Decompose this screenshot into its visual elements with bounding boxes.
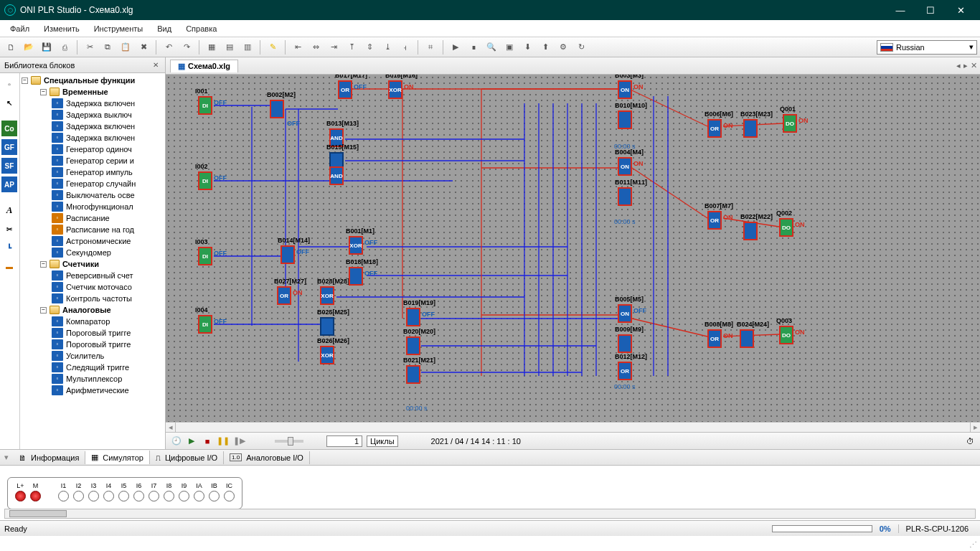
block[interactable]: ON [618,80,632,99]
block[interactable]: XOR [320,346,334,364]
tree-item[interactable]: ▫Мультиплексор [20,373,165,385]
tree-item[interactable]: ▫Усилитель [20,350,165,362]
sim-slider[interactable] [275,440,303,443]
block[interactable] [281,245,295,264]
maximize-button[interactable]: ☐ [915,0,946,20]
io-led[interactable]: I8 [164,482,174,501]
tool-ap[interactable]: AP [1,176,17,192]
io-led[interactable]: I2 [73,482,84,501]
tool-co[interactable]: Co [1,121,17,136]
block[interactable]: OR [618,362,632,380]
block[interactable]: AND [329,166,344,185]
block[interactable]: DO [779,218,793,237]
menu-help[interactable]: Справка [179,22,224,35]
tree-item[interactable]: ▫Выключатель осве [20,189,165,201]
tool-wire-icon[interactable]: ┗ [1,240,17,255]
io-led[interactable]: IC [224,482,235,501]
tool-pointer-icon[interactable]: ↖ [1,95,17,110]
tree-item[interactable]: ▫Реверсивный счет [20,270,165,281]
undo-icon[interactable]: ↶ [161,39,176,55]
open-file-icon[interactable]: 📂 [21,39,37,55]
tree-item[interactable]: ▫Расписание на год [20,224,165,235]
io-led[interactable]: I4 [103,482,114,501]
io-led[interactable]: IB [209,482,220,501]
run-icon[interactable]: ▶ [448,39,463,55]
pause-icon[interactable]: ∎ [466,39,481,55]
block[interactable]: DO [783,114,797,133]
block[interactable]: XOR [349,236,363,255]
chip-icon[interactable]: ▣ [501,39,517,55]
delete-icon[interactable]: ✖ [136,39,151,55]
tree-folder[interactable]: −Счетчики [20,258,165,270]
document-tab[interactable]: ▦ Схема0.xlg [170,60,238,72]
resize-grip-icon[interactable]: ⋰ [969,540,977,550]
highlight-icon[interactable]: ✎ [265,39,281,55]
tree-item[interactable]: ▫Генератор одиноч [20,143,165,155]
refresh-icon[interactable]: ↻ [573,39,589,55]
block[interactable]: XOR [320,286,334,305]
sim-clock2-icon[interactable]: ⏱ [966,437,974,446]
tree-item[interactable]: ▫Арифметические [20,385,165,396]
tree-item[interactable]: ▫Астрономические [20,235,165,247]
io-led[interactable]: L+ [15,482,26,501]
save-all-icon[interactable]: ⎙ [57,39,72,55]
block[interactable]: DO [779,326,793,344]
block[interactable] [406,365,420,384]
diagram-canvas[interactable]: DII001OFFDII002OFFDII003OFFDII004OFFB002… [166,75,980,422]
block[interactable] [743,119,758,138]
block[interactable]: OR [707,329,722,348]
tree-item[interactable]: ▫Задержка выключ [20,109,165,121]
library-tree[interactable]: −Специальные функции−Временные▫Задержка … [20,73,165,449]
block[interactable] [618,187,632,206]
io-led[interactable]: I5 [118,482,129,501]
block[interactable] [270,100,284,118]
language-selector[interactable]: Russian ▾ [877,40,977,55]
block[interactable]: DI [198,247,212,265]
io-led[interactable]: I1 [58,482,69,501]
tree-item[interactable]: ▫Компаратор [20,316,165,327]
align-left-icon[interactable]: ⇤ [290,39,306,55]
block[interactable] [406,308,420,326]
copy-icon[interactable]: ⧉ [100,39,116,55]
tool-gf[interactable]: GF [1,139,17,155]
io-led[interactable]: I9 [179,482,189,501]
io-led[interactable]: I6 [133,482,144,501]
zoom-icon[interactable]: 🔍 [484,39,499,55]
tree-item[interactable]: ▫Задержка включен [20,98,165,109]
block[interactable]: OR [707,211,722,230]
tree-item[interactable]: ▫Пороговый тригге [20,339,165,350]
new-file-icon[interactable]: 🗋 [3,39,19,55]
grid-icon[interactable]: ▦ [204,39,220,55]
menu-edit[interactable]: Изменить [37,22,87,35]
block[interactable]: OR [277,286,291,305]
tab-digital-io[interactable]: ⎍Цифровые I/O [150,451,224,464]
tab-close-icon[interactable]: ✕ [971,61,977,70]
block[interactable] [320,317,334,336]
io-led[interactable]: IA [194,482,204,501]
tree-item[interactable]: ▫Следящий тригге [20,362,165,373]
block[interactable]: DI [198,171,212,190]
align-center-icon[interactable]: ⇔ [308,39,324,55]
upload-icon[interactable]: ⬆ [537,39,553,55]
expand-icon[interactable]: ▾ [0,453,13,462]
menu-file[interactable]: Файл [3,22,37,35]
tool-doc-icon[interactable]: ▫ [1,76,17,92]
paste-icon[interactable]: 📋 [118,39,133,55]
tab-next-icon[interactable]: ▸ [963,61,968,70]
tool-page-icon[interactable]: ▬ [1,258,17,274]
tree-item[interactable]: ▫Генератор импуль [20,166,165,178]
distribute-icon[interactable]: ⫞ [397,39,413,55]
block[interactable]: DI [198,315,212,334]
block[interactable] [740,329,754,348]
sim-play-button[interactable]: ▶ [186,435,197,447]
block[interactable]: OR [338,80,352,99]
close-button[interactable]: ✕ [946,0,976,20]
settings-icon[interactable]: ⚙ [555,39,571,55]
tree-item[interactable]: ▫Генератор случайн [20,178,165,189]
tab-info[interactable]: 🗎Информация [13,451,85,464]
tab-simulator[interactable]: ▦Симулятор [85,451,150,464]
tree-item[interactable]: ▫Контроль частоты [20,293,165,304]
sim-stop-button[interactable]: ■ [202,435,213,447]
tree-item[interactable]: ▫Расписание [20,212,165,224]
sim-scrollbar[interactable] [4,509,976,519]
